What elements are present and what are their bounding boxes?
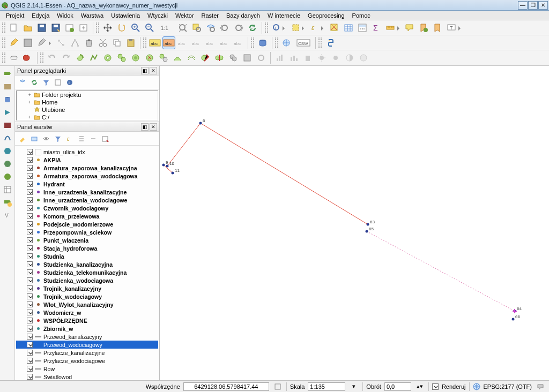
layers-add-group-button[interactable] (29, 133, 40, 144)
layer-visibility-checkbox[interactable] (27, 245, 33, 251)
open-attribute-table-button[interactable] (342, 21, 355, 34)
layer-item[interactable]: Hydrant (16, 180, 158, 188)
rotate-feature-button[interactable] (73, 51, 86, 64)
db-manager-button[interactable] (256, 36, 269, 49)
browser-item[interactable]: +C:/ (17, 114, 158, 120)
add-part-button[interactable] (115, 51, 128, 64)
fill-ring-button[interactable] (129, 51, 142, 64)
layer-item[interactable]: Przylacze_kanalizacyjne (16, 349, 158, 357)
browser-properties-button[interactable]: i (64, 77, 75, 88)
toggle-editing-button[interactable] (8, 36, 20, 49)
crs-icon[interactable] (473, 383, 480, 390)
measure-button[interactable] (384, 21, 402, 34)
layer-visibility-checkbox[interactable] (27, 358, 33, 364)
layers-style-button[interactable] (17, 133, 28, 144)
layers-filter-button[interactable] (53, 133, 63, 144)
toolbar-grip[interactable] (251, 37, 254, 48)
merge-features-button[interactable] (227, 51, 240, 64)
add-postgis-layer-button[interactable] (2, 94, 13, 105)
toolbar-grip[interactable] (265, 22, 268, 33)
toolbar-grip[interactable] (40, 52, 43, 63)
layer-item[interactable]: Stacja_hydroforowa (16, 244, 158, 252)
python-console-button[interactable] (324, 36, 337, 49)
layer-item[interactable]: Armatura_zaporowa_kanalizacyjna (16, 164, 158, 172)
menu-widok[interactable]: Widok (53, 11, 77, 20)
layer-visibility-checkbox[interactable] (27, 285, 33, 291)
label-abc-3-button[interactable]: abc (176, 36, 189, 49)
zoom-in-button[interactable] (129, 21, 142, 34)
layer-visibility-checkbox[interactable] (27, 366, 33, 372)
zoom-native-button[interactable]: 1:1 (157, 21, 175, 34)
delete-part-button[interactable] (157, 51, 170, 64)
layer-visibility-checkbox[interactable] (27, 173, 33, 179)
expand-icon[interactable]: + (27, 100, 32, 105)
layer-visibility-checkbox[interactable] (27, 229, 33, 235)
layer-item[interactable]: Wlot_Wylot_kanalizacyjny (16, 300, 158, 308)
pan-map-button[interactable] (101, 21, 114, 34)
raster-brightness-down-button[interactable] (329, 51, 342, 64)
save-project-as-button[interactable] (49, 21, 62, 34)
raster-brightness-up-button[interactable] (315, 51, 328, 64)
zoom-to-selection-button[interactable] (190, 21, 203, 34)
map-tips-button[interactable] (403, 21, 416, 34)
copy-features-button[interactable] (110, 36, 123, 49)
close-button[interactable]: ✕ (538, 1, 548, 10)
layer-item[interactable]: Studnia (16, 252, 158, 260)
browser-panel-float-button[interactable]: ◧ (141, 67, 149, 74)
csw-button[interactable]: CSW (294, 36, 313, 49)
layers-panel-float-button[interactable]: ◧ (141, 123, 149, 131)
redo-button[interactable] (60, 51, 72, 64)
node-tool-button[interactable] (69, 36, 81, 49)
add-ring-button[interactable] (101, 51, 114, 64)
scale-dropdown-button[interactable]: ▾ (348, 381, 359, 392)
layer-visibility-checkbox[interactable] (27, 149, 33, 155)
menu-pomoc[interactable]: Pomoc (348, 11, 374, 20)
move-feature-button[interactable] (55, 36, 68, 49)
layer-item[interactable]: Przewod_wodociagowy (16, 341, 158, 349)
menu-w-internecie[interactable]: W internecie (264, 11, 304, 20)
browser-item[interactable]: Ulubione (17, 106, 158, 114)
layer-visibility-checkbox[interactable] (27, 165, 33, 171)
layer-visibility-checkbox[interactable] (27, 350, 33, 356)
select-by-expression-button[interactable]: ε (309, 21, 327, 34)
menu-geoprocesing[interactable]: Geoprocesing (304, 11, 348, 20)
save-project-button[interactable] (35, 21, 48, 34)
delete-ring-button[interactable] (143, 51, 156, 64)
layer-item[interactable]: Wodomierz_w (16, 308, 158, 316)
add-csv-layer-button[interactable] (2, 184, 13, 195)
open-project-button[interactable] (21, 21, 34, 34)
raster-local-stretch-button[interactable] (301, 51, 314, 64)
browser-refresh-button[interactable] (29, 77, 40, 88)
zoom-to-layer-button[interactable] (204, 21, 217, 34)
label-abc-7-button[interactable]: abc (232, 36, 245, 49)
new-virtual-layer-button[interactable]: V (2, 209, 13, 221)
menu-ustawienia[interactable]: Ustawienia (107, 11, 144, 20)
layer-item[interactable]: Punkt_wlaczenia (16, 236, 158, 244)
identify-button[interactable]: i (270, 21, 288, 34)
simplify-feature-button[interactable] (87, 51, 100, 64)
layer-item[interactable]: Studzienka_telekomunikacyjna (16, 268, 158, 276)
delete-selected-button[interactable] (83, 36, 95, 49)
new-project-button[interactable] (8, 21, 20, 34)
toolbar-grip[interactable] (275, 37, 278, 48)
browser-panel-close-button[interactable]: ✕ (150, 67, 157, 74)
layers-collapse-button[interactable] (88, 133, 99, 144)
merge-attributes-button[interactable] (241, 51, 254, 64)
zoom-last-button[interactable] (218, 21, 231, 34)
coord-input[interactable] (183, 382, 269, 391)
deselect-all-button[interactable] (328, 21, 341, 34)
layer-visibility-checkbox[interactable] (27, 221, 33, 227)
label-abc-6-button[interactable]: abc (218, 36, 231, 49)
undo-button[interactable] (46, 51, 58, 64)
new-bookmark-button[interactable] (417, 21, 430, 34)
raster-histogram-button[interactable] (273, 51, 286, 64)
label-abc-highlight-button[interactable]: abc (162, 36, 175, 49)
reshape-features-button[interactable] (171, 51, 184, 64)
layer-item[interactable]: miasto_ulica_idx (16, 148, 158, 156)
zoom-full-button[interactable] (176, 21, 189, 34)
browser-add-layer-button[interactable] (17, 77, 28, 88)
layer-item[interactable]: Przewod_kanalizacyjny (16, 333, 158, 341)
layer-item[interactable]: AKPIA (16, 156, 158, 164)
menu-bazy-danych[interactable]: Bazy danych (222, 11, 264, 20)
layer-item[interactable]: Trojnik_kanalizacyjny (16, 284, 158, 292)
